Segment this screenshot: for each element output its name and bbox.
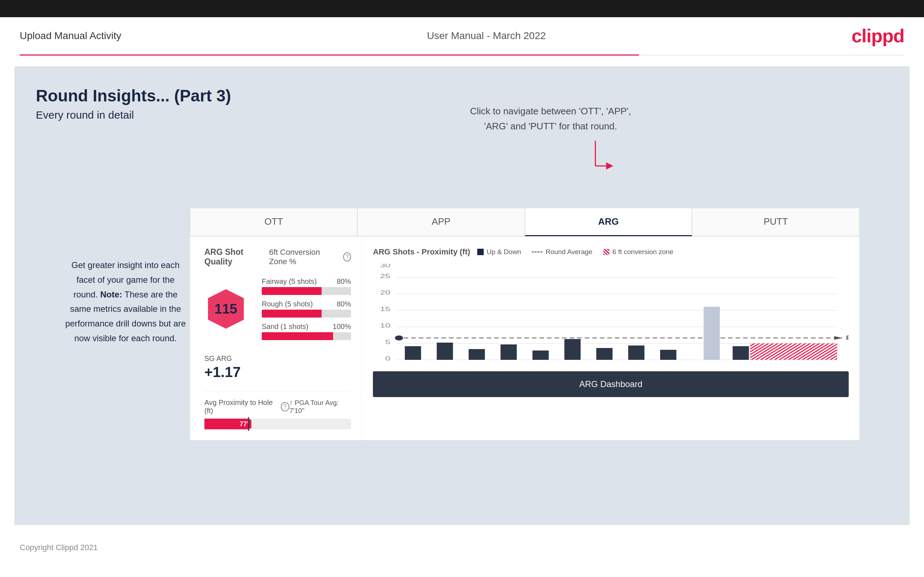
card-body: ARG Shot Quality 6ft Conversion Zone % ?…: [190, 237, 859, 440]
shot-rows: Fairway (5 shots) 80% Rough (5 s: [262, 277, 351, 340]
legend-updown-label: Up & Down: [486, 248, 521, 256]
svg-text:10: 10: [380, 322, 391, 329]
legend-conversion-label: 6 ft conversion zone: [612, 248, 674, 256]
round-tabs: OTT APP ARG PUTT: [190, 208, 859, 237]
svg-rect-29: [660, 350, 676, 360]
insight-text-body: Get greater insight into each facet of y…: [65, 260, 186, 343]
right-panel: ARG Shots - Proximity (ft) Up & Down Rou…: [362, 237, 859, 440]
copyright-text: Copyright Clippd 2021: [20, 543, 98, 552]
proximity-label: Avg Proximity to Hole (ft): [204, 398, 278, 415]
header-divider: [20, 55, 904, 56]
fairway-label: Fairway (5 shots): [262, 277, 317, 285]
hex-badge: 115: [204, 287, 247, 330]
svg-rect-22: [437, 343, 453, 360]
legend-round-avg: Round Average: [532, 248, 592, 256]
manual-date-label: User Manual - March 2022: [427, 30, 546, 42]
upload-manual-activity-link[interactable]: Upload Manual Activity: [20, 30, 121, 42]
help-icon[interactable]: ?: [343, 252, 351, 262]
chart-title: ARG Shots - Proximity (ft): [373, 247, 470, 256]
arg-shot-quality-label: ARG Shot Quality: [204, 247, 262, 267]
sand-bar-fill: [262, 332, 333, 340]
arg-chart-svg: 0 5 10 15 20 25 30: [373, 264, 849, 364]
proximity-bar-bg: 77': [204, 419, 351, 429]
svg-rect-25: [533, 350, 549, 360]
svg-rect-23: [468, 349, 485, 360]
tab-ott[interactable]: OTT: [190, 208, 357, 236]
conversion-zone-label: 6ft Conversion Zone %: [269, 248, 336, 266]
svg-rect-27: [596, 348, 612, 360]
legend-updown: Up & Down: [477, 248, 521, 256]
nav-hint: Click to navigate between 'OTT', 'APP','…: [470, 104, 631, 180]
panel-header: ARG Shot Quality 6ft Conversion Zone % ?: [204, 247, 351, 267]
legend-conversion: 6 ft conversion zone: [603, 248, 674, 256]
main-content: Round Insights... (Part 3) Every round i…: [15, 66, 909, 525]
svg-text:30: 30: [380, 264, 391, 269]
legend-dashed-icon: [532, 251, 543, 252]
proximity-section: Avg Proximity to Hole (ft) ? ↑ PGA Tour …: [204, 391, 351, 429]
fairway-pct: 80%: [337, 277, 351, 285]
navigation-arrow: [574, 137, 617, 180]
right-header: ARG Shots - Proximity (ft) Up & Down Rou…: [373, 247, 849, 256]
shot-row-sand: Sand (1 shots) 100%: [262, 322, 351, 340]
svg-rect-26: [564, 339, 580, 360]
svg-rect-24: [501, 345, 517, 360]
pga-label: ↑ PGA Tour Avg: 7'10": [289, 399, 351, 415]
legend-hatch-icon: [603, 249, 609, 255]
tab-app[interactable]: APP: [357, 208, 525, 236]
sand-pct: 100%: [333, 322, 351, 331]
rough-bar-bg: [262, 309, 351, 318]
proximity-cursor: [248, 417, 249, 431]
legend-items: Up & Down Round Average 6 ft conversion …: [477, 248, 674, 256]
svg-text:25: 25: [380, 273, 391, 280]
sg-value: +1.17: [204, 364, 351, 380]
svg-marker-19: [834, 336, 843, 340]
header: Upload Manual Activity User Manual - Mar…: [0, 17, 924, 55]
proximity-help-icon[interactable]: ?: [281, 402, 289, 411]
nav-hint-text: Click to navigate between 'OTT', 'APP','…: [470, 104, 631, 134]
svg-point-32: [395, 335, 403, 340]
tab-arg[interactable]: ARG: [525, 208, 692, 236]
chart-area: 0 5 10 15 20 25 30: [373, 264, 849, 364]
rough-label: Rough (5 shots): [262, 300, 313, 308]
svg-text:5: 5: [385, 339, 390, 345]
svg-rect-31: [733, 346, 749, 360]
legend-round-avg-label: Round Average: [545, 248, 592, 256]
svg-text:8: 8: [846, 335, 849, 341]
proximity-bar-fill: 77': [204, 419, 249, 429]
top-bar: [0, 0, 924, 17]
svg-rect-17: [750, 343, 837, 360]
sg-label: SG ARG: [204, 355, 351, 363]
sand-label: Sand (1 shots): [262, 322, 309, 331]
legend-updown-icon: [477, 249, 484, 255]
insight-text: Get greater insight into each facet of y…: [65, 258, 186, 346]
svg-text:20: 20: [380, 290, 391, 296]
page-title: Round Insights... (Part 3): [36, 86, 888, 105]
clippd-logo: clippd: [851, 25, 904, 47]
arg-card: OTT APP ARG PUTT ARG Shot Quality 6ft Co…: [190, 208, 859, 440]
rough-bar-fill: [262, 309, 321, 318]
svg-marker-2: [606, 162, 613, 169]
tab-putt[interactable]: PUTT: [692, 208, 859, 236]
fairway-bar-fill: [262, 287, 321, 295]
sg-section: SG ARG +1.17: [204, 355, 351, 380]
svg-rect-21: [405, 346, 421, 360]
rough-pct: 80%: [337, 300, 351, 308]
hex-container: 115 Fairway (5 shots) 80%: [204, 277, 351, 340]
proximity-header: Avg Proximity to Hole (ft) ? ↑ PGA Tour …: [204, 398, 351, 415]
footer: Copyright Clippd 2021: [0, 536, 924, 559]
svg-text:0: 0: [385, 356, 390, 362]
shot-row-fairway: Fairway (5 shots) 80%: [262, 277, 351, 295]
hex-number: 115: [215, 301, 237, 316]
sand-bar-bg: [262, 332, 351, 340]
shot-row-rough: Rough (5 shots) 80%: [262, 300, 351, 318]
left-panel: ARG Shot Quality 6ft Conversion Zone % ?…: [190, 237, 362, 440]
svg-rect-30: [703, 307, 720, 360]
fairway-bar-bg: [262, 287, 351, 295]
note-label: Note:: [100, 290, 122, 299]
page-subtitle: Every round in detail: [36, 109, 888, 121]
arg-dashboard-button[interactable]: ARG Dashboard: [373, 371, 849, 397]
svg-rect-28: [628, 345, 645, 360]
svg-text:15: 15: [380, 306, 391, 313]
main-inner: Round Insights... (Part 3) Every round i…: [36, 86, 888, 480]
